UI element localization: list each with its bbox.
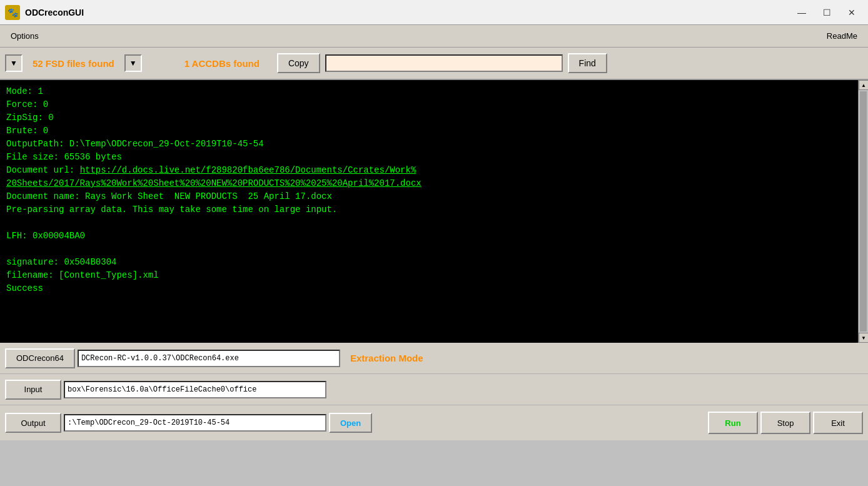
odcrecon64-row: ODCrecon64 Extraction Mode: [0, 343, 868, 374]
readme-menu[interactable]: ReadMe: [819, 28, 865, 44]
run-button[interactable]: Run: [708, 412, 758, 434]
scroll-down-arrow[interactable]: ▼: [859, 333, 868, 343]
odcrecon64-button[interactable]: ODCrecon64: [5, 348, 75, 368]
fsd-dropdown-left[interactable]: ▼: [5, 54, 23, 72]
output-button[interactable]: Output: [5, 413, 61, 433]
scroll-up-arrow[interactable]: ▲: [859, 80, 868, 90]
find-input[interactable]: [325, 54, 563, 72]
bottom-panel: ODCrecon64 Extraction Mode Input Output …: [0, 343, 868, 440]
title-bar: 🐾 ODCreconGUI — ☐ ✕: [0, 0, 868, 25]
find-button[interactable]: Find: [568, 53, 607, 73]
copy-button[interactable]: Copy: [277, 53, 320, 73]
input-path-field[interactable]: [64, 381, 326, 398]
fsd-dropdown-right[interactable]: ▼: [124, 54, 142, 72]
extraction-mode-label: Extraction Mode: [343, 353, 423, 363]
title-bar-left: 🐾 ODCreconGUI: [5, 5, 84, 20]
options-menu[interactable]: Options: [3, 28, 47, 44]
console-scrollbar[interactable]: ▲ ▼: [858, 80, 868, 343]
minimize-button[interactable]: —: [790, 4, 813, 21]
toolbar: ▼ 52 FSD files found ▼ 1 ACCDBs found Co…: [0, 48, 868, 80]
window-controls: — ☐ ✕: [790, 4, 863, 21]
output-path-field[interactable]: [64, 414, 326, 432]
scroll-thumb[interactable]: [860, 91, 867, 332]
input-button[interactable]: Input: [5, 380, 61, 400]
exit-button[interactable]: Exit: [813, 412, 863, 434]
accdbs-count-label: 1 ACCDBs found: [147, 58, 272, 69]
input-row: Input: [0, 374, 868, 405]
window-title: ODCreconGUI: [25, 8, 84, 18]
odcrecon64-path-field[interactable]: [78, 350, 340, 367]
stop-button[interactable]: Stop: [760, 412, 810, 434]
console-output: Mode: 1 Force: 0 ZipSig: 0 Brute: 0 Outp…: [6, 85, 862, 295]
maximize-button[interactable]: ☐: [815, 4, 838, 21]
fsd-count-label: 52 FSD files found: [28, 58, 119, 69]
menu-bar: Options ReadMe: [0, 25, 868, 48]
console-area: Mode: 1 Force: 0 ZipSig: 0 Brute: 0 Outp…: [0, 80, 868, 343]
output-row: Output Open Run Stop Exit: [0, 405, 868, 440]
close-button[interactable]: ✕: [840, 4, 863, 21]
app-icon: 🐾: [5, 5, 20, 20]
open-button[interactable]: Open: [329, 413, 372, 433]
